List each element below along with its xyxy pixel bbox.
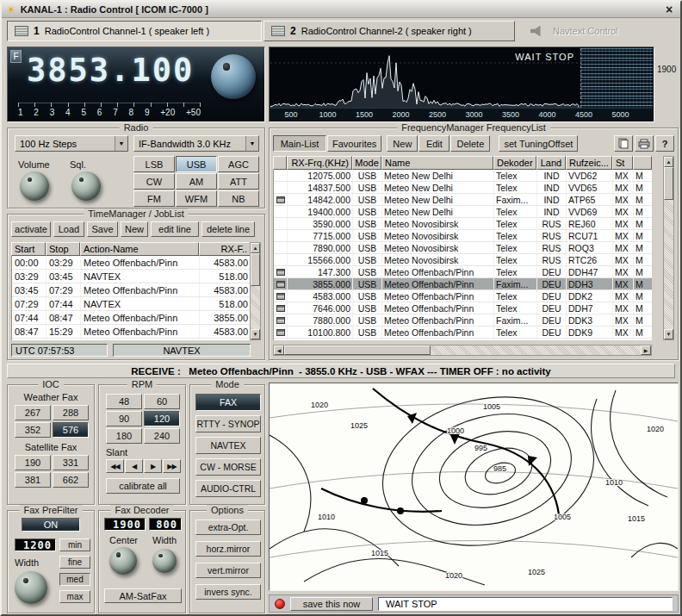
tm-save-button[interactable]: Save <box>87 221 118 237</box>
job-row[interactable]: 00:0003:29Meteo Offenbach/Pinn4583.00 <box>12 256 251 270</box>
tm-activate-button[interactable]: activate <box>11 221 51 237</box>
scroll-track[interactable] <box>284 345 641 355</box>
decoder-mode-cw-morse-button[interactable]: CW - MORSE <box>195 458 261 476</box>
scroll-thumb[interactable] <box>251 253 260 286</box>
rpm-90-button[interactable]: 90 <box>106 411 142 426</box>
am-satfax-button[interactable]: AM-SatFax <box>104 588 182 603</box>
prefilter-on-button[interactable]: ON <box>22 518 80 532</box>
job-row[interactable]: 07:2907:44NAVTEX518.00 <box>12 297 251 311</box>
rpm-slant-back-button[interactable]: ◀ <box>125 459 143 473</box>
if-bandwidth-combo[interactable]: IF-Bandwidth 3.0 KHz ▼ <box>133 135 259 152</box>
fm-vertical-scrollbar[interactable]: ▲ ▼ <box>663 156 674 340</box>
chevron-down-icon[interactable]: ▼ <box>115 136 127 151</box>
frequency-row[interactable]: 4583.000USBMeteo Offenbach/PinnTelexDEUD… <box>274 290 652 302</box>
frequency-row[interactable]: 147.300USBMeteo Offenbach/PinnTelexDEUDD… <box>274 266 652 278</box>
frequency-row[interactable]: 7890.000USBMeteo NovosibirskTelexRUSROQ3… <box>274 242 652 254</box>
frequency-row[interactable]: 7715.000USBMeteo NovosibirskTelexRUSRCU7… <box>274 230 652 242</box>
fm-new-button[interactable]: New <box>387 135 418 152</box>
fm-column-mode[interactable]: Mode <box>352 156 381 170</box>
help-button[interactable]: ? <box>655 135 674 152</box>
frequency-row[interactable]: 7880.000USBMeteo Offenbach/PinnFaxim...D… <box>274 314 652 327</box>
radio-mode-usb-button[interactable]: USB <box>176 156 217 172</box>
rpm-240-button[interactable]: 240 <box>144 428 180 444</box>
rpm-slant-forward-button[interactable]: ▶ <box>144 459 162 473</box>
radio-mode-nb-button[interactable]: NB <box>218 190 259 207</box>
decoder-mode-fax-button[interactable]: FAX <box>195 394 261 411</box>
frequency-row[interactable]: 10100.800USBMeteo Offenbach/PinnTelexDEU… <box>274 327 652 339</box>
fm-column-rufzeic[interactable]: Rufzeic... <box>566 156 612 170</box>
tm-new-button[interactable]: New <box>121 221 148 237</box>
fm-column-dekoder[interactable]: Dekoder <box>493 156 536 170</box>
radio-mode-agc-button[interactable]: AGC <box>218 156 259 172</box>
tab-channel-2[interactable]: 2 RadioControl Channel-2 ( speaker right… <box>264 21 515 41</box>
decoder-mode-navtex-button[interactable]: NAVTEX <box>195 437 261 454</box>
frequency-row[interactable]: 15566.000USBMeteo NovosibirskTelexRUSRTC… <box>274 254 652 266</box>
rpm-slant-step-back-button[interactable]: ◀◀ <box>106 459 124 473</box>
scroll-down-button[interactable]: ▼ <box>664 329 673 339</box>
spectrum-panel[interactable]: WAIT STOP 500100015002000250030003500400… <box>269 47 654 122</box>
frequency-row[interactable]: 3855.000USBMeteo Offenbach/PinnFaxim...D… <box>274 278 652 290</box>
frequency-row[interactable]: 14842.000USBMeteo New DelhiFaxim...INDAT… <box>274 194 652 206</box>
squelch-knob[interactable] <box>71 171 101 201</box>
rpm-slant-step-forward-button[interactable]: ▶▶ <box>163 459 181 473</box>
fm-column-blank[interactable] <box>273 156 287 170</box>
option-invers-sync-button[interactable]: invers sync. <box>195 584 261 600</box>
rpm-180-button[interactable]: 180 <box>106 428 142 444</box>
frequency-row[interactable]: 12075.000USBMeteo New DelhiTelexINDVVD62… <box>274 170 652 182</box>
center-knob[interactable] <box>109 547 137 575</box>
fm-column-name[interactable]: Name <box>381 156 493 170</box>
tm-scrollbar[interactable]: ▲ ▼ <box>250 242 261 340</box>
ioc-288-button[interactable]: 288 <box>53 405 89 420</box>
tm-edit-line-button[interactable]: edit line <box>151 221 199 237</box>
frequency-row[interactable]: 7646.000USBMeteo Offenbach/PinnTelexDEUD… <box>274 302 652 314</box>
rpm-48-button[interactable]: 48 <box>106 394 142 409</box>
scroll-track[interactable] <box>664 167 673 329</box>
ioc-381-button[interactable]: 381 <box>15 472 51 488</box>
ioc-352-button[interactable]: 352 <box>15 422 51 438</box>
fm-column-st[interactable]: St <box>612 156 633 170</box>
rpm-120-button[interactable]: 120 <box>144 411 180 426</box>
scroll-thumb[interactable] <box>664 167 673 200</box>
scroll-thumb[interactable] <box>284 345 431 355</box>
tm-column-rx-f[interactable]: RX-F.. <box>199 242 251 256</box>
tab-channel-1[interactable]: 1 RadioControl Channel-1 ( speaker left … <box>7 21 262 41</box>
decoder-mode-rtty-synop-button[interactable]: RTTY - SYNOP <box>195 415 261 432</box>
scroll-up-button[interactable]: ▲ <box>251 243 260 253</box>
width-knob[interactable] <box>152 549 177 573</box>
tm-column-action-name[interactable]: Action-Name <box>80 242 199 256</box>
option-horz-mirror-button[interactable]: horz.mirror <box>195 541 261 557</box>
radio-mode-att-button[interactable]: ATT <box>218 173 259 190</box>
tm-delete-line-button[interactable]: delete line <box>202 221 255 237</box>
prefilter-max-button[interactable]: max <box>59 590 90 603</box>
frequency-row[interactable]: 19400.000USBMeteo New DelhiTelexINDVVD69… <box>274 206 652 218</box>
fm-delete-button[interactable]: Delete <box>450 135 490 152</box>
calibrate-all-button[interactable]: calibrate all <box>106 478 180 494</box>
rpm-60-button[interactable]: 60 <box>144 394 180 409</box>
radio-mode-lsb-button[interactable]: LSB <box>133 156 175 172</box>
close-button[interactable]: × <box>662 3 676 16</box>
fm-tab-favourites[interactable]: Favourites <box>327 135 381 152</box>
fm-horizontal-scrollbar[interactable]: ◀ ▶ <box>273 345 652 356</box>
job-row[interactable]: 08:4715:29Meteo Offenbach/Pinn4583.00 <box>12 325 251 339</box>
radio-mode-cw-button[interactable]: CW <box>133 173 175 190</box>
ioc-267-button[interactable]: 267 <box>15 405 51 420</box>
tm-column-start[interactable]: Start <box>11 242 46 256</box>
radio-mode-am-button[interactable]: AM <box>176 173 217 190</box>
tm-column-stop[interactable]: Stop <box>46 242 80 256</box>
tuning-knob[interactable] <box>211 54 256 99</box>
scroll-left-button[interactable]: ◀ <box>274 345 284 355</box>
fm-column-rx-frq-khz[interactable]: RX-Frq.(KHz) <box>287 156 352 170</box>
scroll-up-button[interactable]: ▲ <box>664 157 673 167</box>
job-row[interactable]: 03:2903:45NAVTEX518.00 <box>12 270 251 283</box>
option-vert-mirror-button[interactable]: vert.mirror <box>195 563 261 578</box>
frequency-row[interactable]: 3590.000USBMeteo NovosibirskTelexRUSREJ6… <box>274 218 652 230</box>
chevron-down-icon[interactable]: ▼ <box>245 136 258 151</box>
set-tuning-offset-button[interactable]: set TuningOffset <box>499 135 578 152</box>
frequency-row[interactable]: 11039.000USBMeteo Offenbach/PinnTelexDEU… <box>274 339 652 340</box>
fm-column-blank[interactable] <box>633 156 652 170</box>
copy-list-button[interactable] <box>614 135 633 152</box>
step-size-combo[interactable]: 100 Hz Steps ▼ <box>15 135 128 152</box>
frequency-row[interactable]: 14837.500USBMeteo New DelhiTelexINDVVD65… <box>274 182 652 194</box>
ioc-331-button[interactable]: 331 <box>53 455 89 470</box>
ioc-190-button[interactable]: 190 <box>15 455 51 470</box>
